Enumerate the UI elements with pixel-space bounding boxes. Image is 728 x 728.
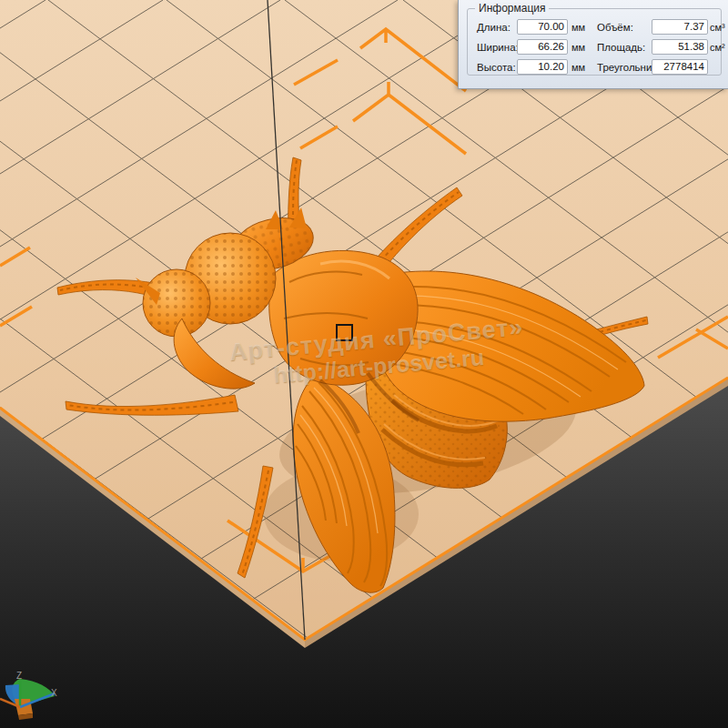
length-label: Длина: [477, 20, 511, 35]
info-groupbox-title: Информация [475, 2, 549, 15]
height-unit: мм [571, 60, 585, 76]
area-label: Площадь: [597, 40, 645, 56]
volume-label: Объём: [597, 20, 633, 35]
3d-viewport[interactable]: Z X Арт-студия «ПроСвет» http://art-pros… [0, 0, 728, 728]
info-panel: Информация Длина: 70.00 мм Объём: 7.37 с… [458, 0, 728, 89]
gizmo-z-label: Z [16, 671, 22, 681]
length-value-box[interactable]: 70.00 [517, 19, 568, 35]
length-unit: мм [571, 20, 585, 35]
gizmo-x-label: X [51, 688, 57, 698]
volume-value-box[interactable]: 7.37 [652, 19, 708, 35]
info-groupbox: Информация Длина: 70.00 мм Объём: 7.37 с… [467, 8, 722, 76]
height-value-box[interactable]: 10.20 [517, 59, 568, 75]
height-label: Высота: [477, 60, 516, 76]
width-value-box[interactable]: 66.26 [517, 39, 568, 55]
triangles-value-box[interactable]: 2778414 [652, 59, 708, 75]
axis-gizmo[interactable]: Z X [0, 671, 57, 720]
volume-unit: см³ [710, 20, 725, 35]
selection-marker [336, 324, 353, 341]
width-label: Ширина: [477, 40, 519, 56]
scene-canvas: Z X [0, 0, 728, 728]
area-value-box[interactable]: 51.38 [652, 39, 708, 55]
area-unit: см² [710, 40, 725, 56]
width-unit: мм [571, 40, 585, 56]
